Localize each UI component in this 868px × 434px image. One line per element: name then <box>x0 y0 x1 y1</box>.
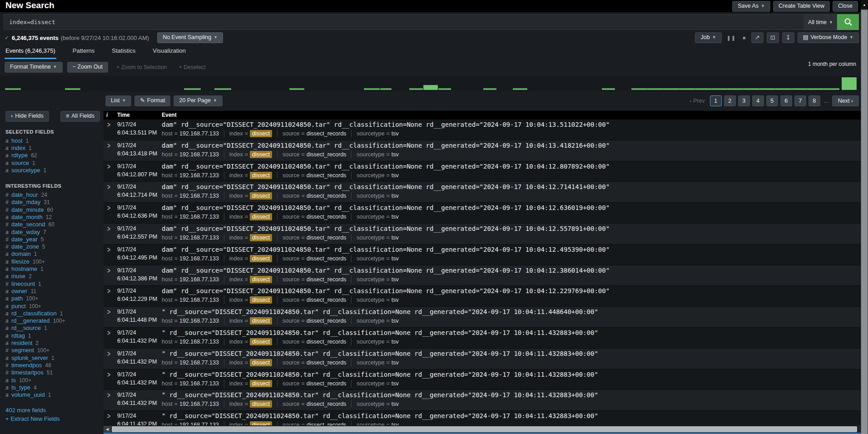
scroll-up-icon[interactable]: ▲ <box>861 0 868 9</box>
field-value[interactable]: tsv <box>392 234 399 241</box>
expand-event-icon[interactable]: > <box>107 121 110 129</box>
timeline-bar[interactable] <box>711 88 727 90</box>
field-link-date_minute[interactable]: date_minute <box>11 206 44 213</box>
field-value[interactable]: 192.168.77.133 <box>179 401 219 407</box>
event-raw-text[interactable]: dam" rd__source="DISSECT_20240911024850.… <box>162 287 610 294</box>
expand-event-icon[interactable]: > <box>107 329 110 337</box>
vertical-scrollbar-thumb[interactable] <box>861 10 868 434</box>
expand-event-icon[interactable]: > <box>107 370 110 379</box>
event-raw-text[interactable]: dam" rd__source="DISSECT_20240911024850.… <box>162 183 610 190</box>
event-sampling-button[interactable]: No Event Sampling▼ <box>157 32 223 43</box>
field-value[interactable]: tsv <box>392 214 399 220</box>
field-value-highlighted[interactable]: dissect <box>250 380 272 387</box>
expand-event-icon[interactable]: > <box>107 391 110 399</box>
share-button[interactable]: ↗ <box>751 32 764 43</box>
vertical-scrollbar[interactable]: ▲ <box>861 0 868 434</box>
field-value[interactable]: dissect_records <box>307 422 347 425</box>
event-raw-text[interactable]: " rd__source="DISSECT_20240911024850.tar… <box>162 371 598 378</box>
timeline-bar[interactable] <box>791 88 808 90</box>
field-value[interactable]: 192.168.77.133 <box>179 380 219 387</box>
create-table-view-button[interactable]: Create Table View <box>773 1 830 12</box>
stop-icon[interactable]: ■ <box>741 35 748 40</box>
all-fields-button[interactable]: ≡All Fields <box>60 111 100 122</box>
field-link-domain[interactable]: domain <box>11 250 31 257</box>
field-link-rdtype[interactable]: rdtype <box>11 152 28 159</box>
field-link-date_second[interactable]: date_second <box>11 221 45 228</box>
page-button-8[interactable]: 8 <box>808 95 820 106</box>
expand-event-icon[interactable]: > <box>107 350 110 358</box>
field-value[interactable]: dissect_records <box>307 318 347 324</box>
field-value[interactable]: tsv <box>392 339 399 345</box>
field-link-rd__classification[interactable]: rd__classification <box>11 310 57 317</box>
search-button[interactable] <box>837 14 859 30</box>
field-value-highlighted[interactable]: dissect <box>250 151 272 158</box>
field-link-rdtag[interactable]: rdtag <box>11 332 25 339</box>
timeline-bar[interactable] <box>759 88 775 90</box>
timeline-bar[interactable] <box>664 88 680 90</box>
timeline-bar[interactable] <box>423 85 438 90</box>
field-value[interactable]: 192.168.77.133 <box>179 193 219 199</box>
format-timeline-button[interactable]: Format Timeline▼ <box>5 62 63 73</box>
scroll-left-icon[interactable]: ◀ <box>104 426 111 433</box>
field-link-linecount[interactable]: linecount <box>11 280 35 287</box>
field-value-highlighted[interactable]: dissect <box>250 276 272 283</box>
page-button-5[interactable]: 5 <box>766 95 778 106</box>
field-value[interactable]: tsv <box>392 193 399 199</box>
event-timeline-chart[interactable] <box>0 76 861 91</box>
field-value[interactable]: 192.168.77.133 <box>179 255 219 262</box>
timeline-bar[interactable] <box>364 88 380 90</box>
expand-event-icon[interactable]: > <box>107 246 110 254</box>
timeline-bar[interactable] <box>808 88 823 90</box>
field-link-inuse[interactable]: inuse <box>11 273 25 279</box>
field-value-highlighted[interactable]: dissect <box>250 338 272 345</box>
timeline-bar[interactable] <box>727 88 744 90</box>
field-value[interactable]: 192.168.77.133 <box>179 234 219 241</box>
page-button-2[interactable]: 2 <box>724 95 736 106</box>
field-value[interactable]: dissect_records <box>307 151 347 158</box>
field-value-highlighted[interactable]: dissect <box>250 255 272 262</box>
field-value[interactable]: tsv <box>392 130 399 137</box>
event-raw-text[interactable]: dam" rd__source="DISSECT_20240911024850.… <box>162 163 610 170</box>
field-value-highlighted[interactable]: dissect <box>250 359 272 366</box>
field-value[interactable]: dissect_records <box>307 130 347 137</box>
page-button-1[interactable]: 1 <box>710 95 722 106</box>
search-input[interactable]: index=dissect <box>4 14 804 30</box>
field-value[interactable]: 192.168.77.133 <box>179 172 219 179</box>
field-value[interactable]: tsv <box>392 422 399 425</box>
timeline-bar[interactable] <box>513 88 527 90</box>
field-value[interactable]: dissect_records <box>307 339 347 345</box>
expand-event-icon[interactable]: > <box>107 225 110 233</box>
event-raw-text[interactable]: " rd__source="DISSECT_20240911024850.tar… <box>162 412 598 419</box>
event-raw-text[interactable]: dam" rd__source="DISSECT_20240911024850.… <box>162 246 610 253</box>
tab-statistics[interactable]: Statistics <box>111 47 136 59</box>
job-menu-button[interactable]: Job▼ <box>695 32 721 43</box>
field-value-highlighted[interactable]: dissect <box>250 400 272 408</box>
field-value[interactable]: dissect_records <box>307 297 347 303</box>
field-value[interactable]: dissect_records <box>307 214 347 220</box>
field-link-date_month[interactable]: date_month <box>11 214 43 220</box>
field-value[interactable]: 192.168.77.133 <box>179 297 219 303</box>
field-value[interactable]: 192.168.77.133 <box>179 130 219 137</box>
field-value-highlighted[interactable]: dissect <box>250 172 272 179</box>
event-raw-text[interactable]: " rd__source="DISSECT_20240911024850.tar… <box>162 308 598 315</box>
field-value-highlighted[interactable]: dissect <box>250 192 272 200</box>
close-button[interactable]: Close <box>833 1 858 12</box>
tab-events[interactable]: Events (6,246,375) <box>5 47 56 59</box>
field-value[interactable]: 192.168.77.133 <box>179 359 219 366</box>
search-mode-button[interactable]: ▤Verbose Mode▼ <box>798 32 859 43</box>
format-results-button[interactable]: ✎Format <box>134 95 170 106</box>
field-value[interactable]: tsv <box>392 359 399 366</box>
field-value[interactable]: 192.168.77.133 <box>179 151 219 158</box>
zoom-out-button[interactable]: − Zoom Out <box>67 62 108 73</box>
field-link-volume_uuid[interactable]: volume_uuid <box>11 391 45 398</box>
field-value[interactable]: dissect_records <box>307 380 347 387</box>
field-value[interactable]: tsv <box>392 380 399 387</box>
field-value[interactable]: 192.168.77.133 <box>179 422 219 425</box>
timeline-bar[interactable] <box>289 88 304 90</box>
field-link-timestartpos[interactable]: timestartpos <box>11 369 44 376</box>
horizontal-scrollbar[interactable]: ◀ <box>104 426 861 433</box>
expand-event-icon[interactable]: > <box>107 412 110 420</box>
field-link-host[interactable]: host <box>11 137 23 144</box>
field-link-rd__generated[interactable]: rd__generated <box>11 317 50 324</box>
field-value[interactable]: dissect_records <box>307 359 347 366</box>
